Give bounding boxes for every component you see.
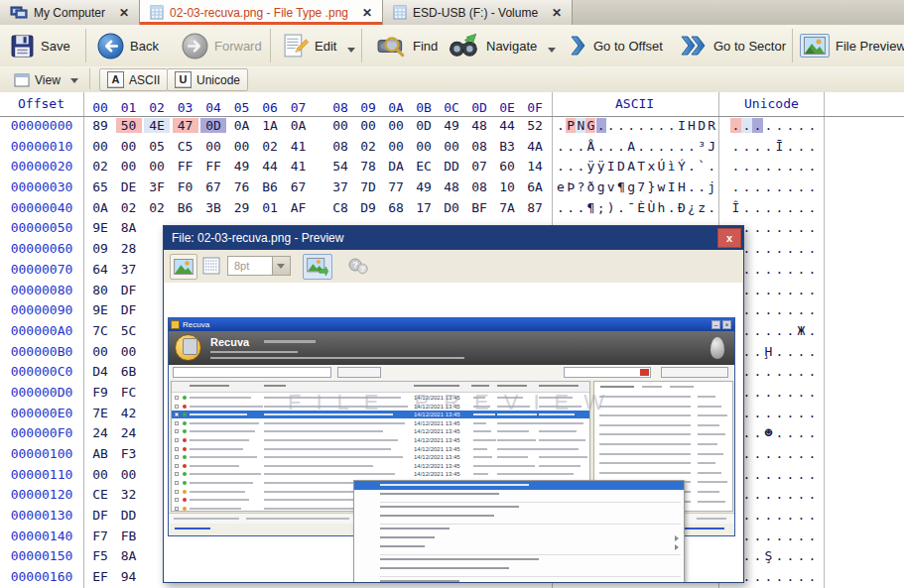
hex-byte[interactable]: FC	[116, 385, 142, 400]
unicode-char[interactable]: .	[796, 179, 807, 194]
unicode-char[interactable]: .	[763, 220, 774, 235]
hex-byte[interactable]: 44	[257, 159, 283, 174]
unicode-char[interactable]: .	[752, 241, 763, 256]
unicode-toggle-button[interactable]: U Unicode	[167, 68, 248, 91]
unicode-char[interactable]: .	[807, 323, 818, 338]
unicode-char[interactable]: .	[807, 159, 818, 174]
hex-byte[interactable]: 7D	[355, 179, 381, 194]
ascii-char[interactable]: .	[636, 118, 646, 133]
unicode-char[interactable]: .	[763, 241, 774, 256]
unicode-char[interactable]: .	[807, 200, 818, 215]
unicode-char[interactable]: .	[785, 467, 796, 482]
hex-byte[interactable]: 0A	[286, 118, 312, 133]
hex-byte[interactable]: 05	[144, 139, 170, 154]
hex-byte[interactable]: 08	[466, 179, 492, 194]
ascii-char[interactable]: È	[636, 200, 646, 215]
hex-byte[interactable]: BF	[466, 200, 492, 215]
unicode-char[interactable]: .	[796, 467, 807, 482]
unicode-char[interactable]: .	[785, 529, 796, 543]
unicode-char[interactable]: Ī	[774, 139, 785, 154]
hex-byte[interactable]: 7A	[494, 200, 520, 215]
unicode-char[interactable]: .	[752, 385, 763, 400]
ascii-char[interactable]: .	[556, 139, 566, 154]
image-view-button[interactable]	[170, 254, 197, 280]
hex-byte[interactable]: F5	[87, 548, 113, 563]
unicode-char[interactable]: .	[807, 118, 818, 133]
hex-byte[interactable]: 41	[286, 159, 312, 174]
unicode-char[interactable]: .	[774, 323, 785, 338]
hex-byte[interactable]: 00	[439, 139, 464, 154]
ascii-char[interactable]: .	[596, 118, 606, 133]
unicode-char[interactable]: .	[763, 467, 774, 482]
hex-byte[interactable]: EC	[411, 159, 437, 174]
ascii-char[interactable]: R	[707, 118, 716, 133]
unicode-char[interactable]: .	[752, 425, 763, 440]
hex-byte[interactable]: 02	[355, 139, 381, 154]
unicode-char[interactable]: .	[752, 508, 763, 523]
hex-byte[interactable]: B6	[173, 200, 198, 215]
unicode-char[interactable]: .	[785, 406, 796, 420]
unicode-char[interactable]: .	[807, 283, 818, 297]
back-button[interactable]: Back	[97, 28, 159, 63]
ascii-toggle-button[interactable]: A ASCII	[99, 68, 168, 91]
ascii-char[interactable]: .	[667, 118, 677, 133]
ascii-char[interactable]: .	[707, 159, 716, 174]
unicode-char[interactable]: .	[796, 159, 807, 174]
ascii-char[interactable]: .	[616, 118, 626, 133]
hex-byte[interactable]: 00	[355, 118, 381, 133]
unicode-char[interactable]: .	[752, 548, 763, 563]
ascii-char[interactable]: .	[556, 200, 566, 215]
hex-byte[interactable]: 0A	[87, 200, 113, 215]
ascii-char[interactable]: .	[626, 118, 636, 133]
hex-byte[interactable]: AB	[87, 446, 113, 461]
unicode-char[interactable]: .	[796, 344, 807, 359]
ascii-char[interactable]: .	[667, 200, 677, 215]
unicode-char[interactable]: .	[807, 548, 818, 563]
hex-byte[interactable]: F3	[116, 446, 142, 461]
unicode-char[interactable]: .	[730, 179, 741, 194]
unicode-char[interactable]: .	[763, 508, 774, 523]
unicode-char[interactable]: .	[774, 179, 785, 194]
hex-byte[interactable]: 00	[383, 118, 409, 133]
unicode-char[interactable]: .	[774, 283, 785, 297]
unicode-char[interactable]: .	[763, 406, 774, 420]
ascii-char[interactable]: .	[556, 118, 566, 133]
ascii-char[interactable]: .	[697, 179, 707, 194]
unicode-char[interactable]: .	[774, 364, 785, 379]
hex-byte[interactable]: 24	[87, 425, 113, 440]
unicode-char[interactable]: .	[752, 179, 763, 194]
ascii-char[interactable]: I	[606, 159, 616, 174]
tab-esd-usb[interactable]: ESD-USB (F:) - Volume ✕	[383, 0, 573, 25]
hex-row[interactable]: 0000003065DE3FF06776B667377D77494808106A…	[0, 177, 904, 198]
ascii-char[interactable]: }	[646, 179, 656, 194]
unicode-char[interactable]: .	[796, 241, 807, 256]
hex-byte[interactable]: 87	[522, 200, 548, 215]
edit-button[interactable]: Edit	[282, 28, 355, 63]
hex-byte[interactable]: F7	[87, 529, 113, 543]
ascii-char[interactable]: Å	[585, 139, 595, 154]
ascii-char[interactable]: .	[687, 139, 697, 154]
unicode-char[interactable]: .	[774, 529, 785, 543]
hex-byte[interactable]: DD	[439, 159, 464, 174]
unicode-char[interactable]: .	[752, 323, 763, 338]
hex-byte[interactable]: 00	[87, 467, 113, 482]
unicode-char[interactable]: .	[796, 446, 807, 461]
ascii-char[interactable]: .	[667, 139, 677, 154]
hex-byte[interactable]: 6A	[522, 179, 548, 194]
hex-byte[interactable]: 09	[87, 241, 113, 256]
hex-byte[interactable]: 0D	[411, 118, 437, 133]
ascii-char[interactable]: .	[616, 200, 626, 215]
ascii-char[interactable]: Ù	[646, 200, 656, 215]
unicode-char[interactable]: .	[785, 262, 796, 277]
hex-byte[interactable]: FB	[116, 529, 142, 543]
ascii-char[interactable]: .	[677, 139, 687, 154]
hex-byte[interactable]: 00	[87, 344, 113, 359]
hex-byte[interactable]: FF	[173, 159, 198, 174]
hex-row[interactable]: 000000400A0202B63B2901AFC8D96817D0BF7A87…	[0, 198, 904, 219]
unicode-char[interactable]: Ḩ	[763, 344, 774, 359]
hex-byte[interactable]: C8	[327, 200, 353, 215]
hex-byte[interactable]: 07	[466, 159, 492, 174]
unicode-char[interactable]: .	[807, 241, 818, 256]
unicode-char[interactable]: .	[752, 159, 763, 174]
unicode-char[interactable]: .	[785, 139, 796, 154]
